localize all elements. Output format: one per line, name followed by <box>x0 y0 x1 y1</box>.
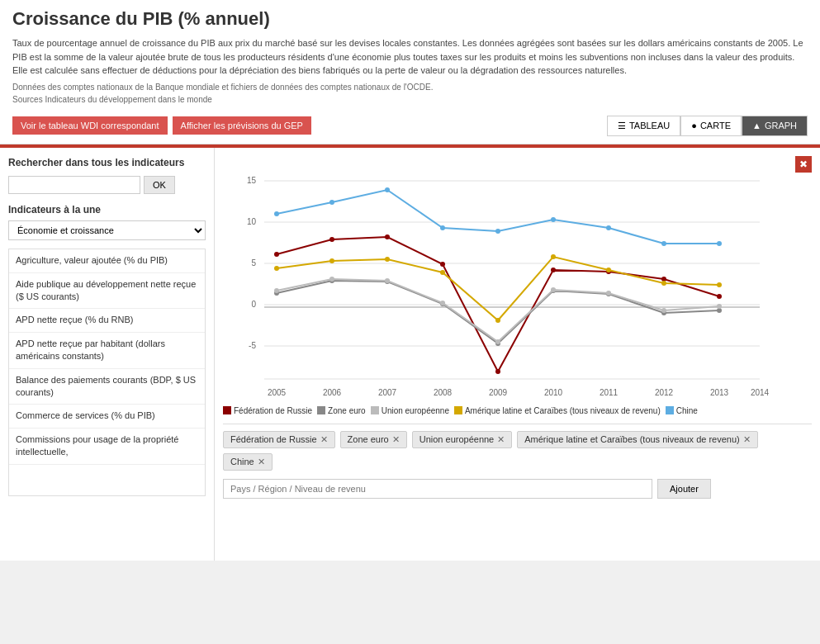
legend-dot-am-lat <box>454 406 462 414</box>
svg-point-23 <box>329 200 334 205</box>
tag-ue: Union européenne ✕ <box>412 431 513 448</box>
tag-am-lat: Amérique latine et Caraïbes (tous niveau… <box>517 431 757 448</box>
tag-label-am-lat: Amérique latine et Caraïbes (tous niveau… <box>524 434 739 444</box>
list-item[interactable]: APD nette reçue par habitant (dollars am… <box>9 333 205 369</box>
svg-text:2009: 2009 <box>489 388 508 397</box>
svg-point-65 <box>661 308 666 313</box>
tag-label-ue: Union européenne <box>419 434 495 444</box>
svg-text:15: 15 <box>247 176 257 185</box>
tag-zone-euro: Zone euro ✕ <box>340 431 407 448</box>
top-bar: 📈 DATABANK ↓ TÉLÉCHARGER ✚ PARTAGER Croi… <box>0 0 820 144</box>
svg-point-25 <box>440 225 445 230</box>
tab-graph[interactable]: ▲ GRAPH <box>742 116 808 136</box>
svg-text:2013: 2013 <box>710 388 729 397</box>
tag-remove-chine[interactable]: ✕ <box>258 457 265 467</box>
svg-point-24 <box>385 187 390 192</box>
tag-remove-zone-euro[interactable]: ✕ <box>392 434 400 445</box>
svg-point-35 <box>495 369 500 374</box>
legend-label-am-lat: Amérique latine et Caraïbes (tous niveau… <box>465 406 661 415</box>
legend-dot-chine <box>666 406 674 414</box>
sources-label: Sources Indicateurs du développement dan… <box>12 95 808 104</box>
svg-text:2006: 2006 <box>323 388 342 397</box>
legend-dot-euro <box>317 406 325 414</box>
ajouter-button[interactable]: Ajouter <box>657 479 711 499</box>
svg-point-28 <box>606 225 611 230</box>
tag-remove-russie[interactable]: ✕ <box>320 434 328 445</box>
tableau-label: TABLEAU <box>629 121 670 130</box>
list-item[interactable]: Commissions pour usage de la propriété i… <box>9 429 205 465</box>
svg-text:5: 5 <box>251 258 256 268</box>
legend-label-chine: Chine <box>676 406 698 415</box>
wdi-button[interactable]: Voir le tableau WDI correspondant <box>12 116 168 135</box>
collapse-button[interactable]: ✖ <box>795 156 812 173</box>
legend-dot-russie <box>223 406 231 414</box>
tag-label-zone-euro: Zone euro <box>348 434 389 444</box>
page-title: Croissance du PIB (% annuel) <box>12 8 808 30</box>
svg-point-39 <box>717 294 722 299</box>
tag-remove-am-lat[interactable]: ✕ <box>743 434 751 445</box>
svg-point-45 <box>551 254 556 259</box>
chart-legend: Fédération de Russie Zone euro Union eur… <box>223 406 812 415</box>
svg-point-61 <box>440 301 445 305</box>
add-country-input[interactable] <box>223 479 652 499</box>
svg-point-41 <box>329 258 334 263</box>
svg-point-48 <box>717 282 722 287</box>
tab-carte[interactable]: ● CARTE <box>680 116 742 136</box>
svg-text:2010: 2010 <box>544 388 563 397</box>
svg-text:2012: 2012 <box>655 388 674 397</box>
search-ok-button[interactable]: OK <box>144 176 175 194</box>
gep-button[interactable]: Afficher les prévisions du GEP <box>173 116 311 135</box>
svg-text:2005: 2005 <box>268 388 287 397</box>
legend-euro: Zone euro <box>317 406 366 415</box>
svg-point-59 <box>329 277 334 282</box>
svg-text:-5: -5 <box>249 341 256 350</box>
list-item[interactable]: APD nette reçue (% du RNB) <box>9 309 205 332</box>
list-item[interactable]: Balance des paiements courants (BDP, $ U… <box>9 369 205 405</box>
tag-remove-ue[interactable]: ✕ <box>497 434 505 445</box>
svg-point-42 <box>385 257 390 262</box>
tags-area: Fédération de Russie ✕ Zone euro ✕ Union… <box>223 431 812 471</box>
description-text: Taux de pourcentage annuel de croissance… <box>12 36 808 78</box>
legend-label-euro: Zone euro <box>328 406 366 415</box>
svg-point-64 <box>606 291 611 296</box>
indicator-list: Agriculture, valeur ajoutée (% du PIB) A… <box>8 249 206 496</box>
legend-chine: Chine <box>666 406 698 415</box>
svg-point-46 <box>606 268 611 272</box>
list-item[interactable]: Aide publique au développement nette reç… <box>9 273 205 310</box>
map-icon: ● <box>691 121 697 130</box>
svg-point-31 <box>274 252 279 257</box>
svg-point-58 <box>274 288 279 293</box>
svg-point-26 <box>495 229 500 234</box>
tab-tableau[interactable]: ☰ TABLEAU <box>607 116 680 136</box>
legend-am-lat: Amérique latine et Caraïbes (tous niveau… <box>454 406 661 415</box>
action-bar: Voir le tableau WDI correspondant Affich… <box>12 111 808 140</box>
legend-label-ue: Union européenne <box>382 406 449 415</box>
svg-point-30 <box>717 241 722 246</box>
svg-point-43 <box>440 270 445 275</box>
list-item[interactable]: Commerce de services (% du PIB) <box>9 405 205 428</box>
sidebar-search-title: Rechercher dans tous les indicateurs <box>8 156 206 170</box>
main-content: Rechercher dans tous les indicateurs OK … <box>0 148 820 561</box>
graph-label: GRAPH <box>765 121 797 130</box>
svg-text:2014: 2014 <box>751 388 770 397</box>
svg-point-36 <box>551 268 556 272</box>
list-item[interactable]: Agriculture, valeur ajoutée (% du PIB) <box>9 249 205 272</box>
search-row: OK <box>8 176 206 194</box>
svg-point-33 <box>385 234 390 239</box>
legend-dot-ue <box>371 406 379 414</box>
legend-russie: Fédération de Russie <box>223 406 312 415</box>
tag-chine: Chine ✕ <box>223 453 273 471</box>
svg-point-34 <box>440 262 445 267</box>
chart-panel: ✖ 15 10 5 0 -5 2005 2006 2007 2008 2009 … <box>215 148 820 561</box>
svg-point-44 <box>495 318 500 323</box>
svg-point-66 <box>717 304 722 309</box>
tag-russie: Fédération de Russie ✕ <box>223 431 335 448</box>
carte-label: CARTE <box>700 121 731 130</box>
svg-point-32 <box>329 237 334 242</box>
legend-ue: Union européenne <box>371 406 449 415</box>
svg-text:2011: 2011 <box>600 388 619 397</box>
svg-text:2008: 2008 <box>434 388 453 397</box>
search-input[interactable] <box>8 176 140 194</box>
table-icon: ☰ <box>618 121 626 131</box>
category-dropdown[interactable]: Économie et croissance <box>8 220 206 240</box>
